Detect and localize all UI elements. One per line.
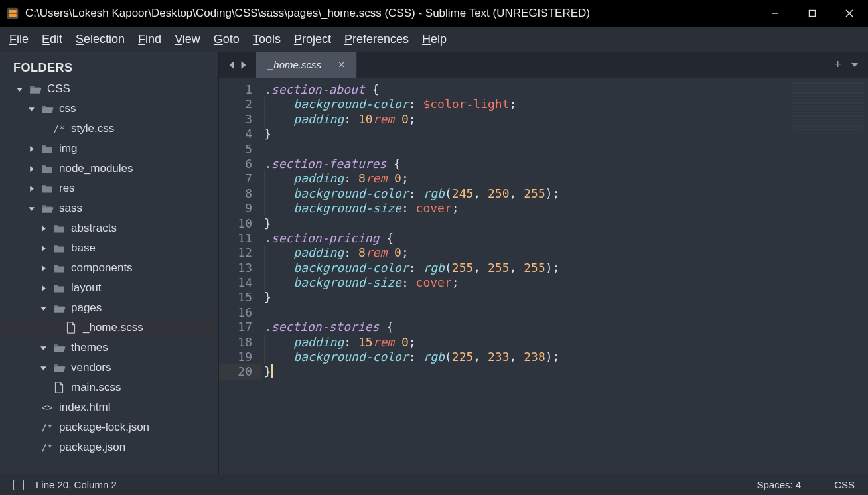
menu-file[interactable]: File xyxy=(3,30,35,49)
menu-help[interactable]: Help xyxy=(415,30,453,49)
tree-item[interactable]: components xyxy=(11,258,214,278)
tree-item-label: res xyxy=(59,182,75,195)
menu-tools[interactable]: Tools xyxy=(246,30,287,49)
code-area[interactable]: 1234567891011121314151617181920 .section… xyxy=(219,78,868,474)
panel-toggle-icon[interactable] xyxy=(13,480,24,490)
file-glyph-icon: /* xyxy=(40,442,54,453)
menu-goto[interactable]: Goto xyxy=(207,30,246,49)
chevron-right-icon[interactable] xyxy=(28,165,35,173)
chevron-right-icon[interactable] xyxy=(40,245,47,252)
tree-item-label: vendors xyxy=(71,361,111,374)
file-glyph-icon: <> xyxy=(40,402,54,413)
folder-icon xyxy=(40,182,54,194)
menu-preferences[interactable]: Preferences xyxy=(338,30,415,49)
menu-find[interactable]: Find xyxy=(131,30,168,49)
editor: _home.scss × + 1234567891011121314151617… xyxy=(219,52,868,474)
menu-selection[interactable]: Selection xyxy=(69,30,131,49)
tree-item-label: img xyxy=(59,142,77,155)
tree-item[interactable]: img xyxy=(11,139,214,159)
tree-item-label: base xyxy=(71,242,96,255)
nav-prev-icon xyxy=(228,60,236,70)
tree-item[interactable]: res xyxy=(11,178,214,198)
folder-open-icon xyxy=(52,362,66,374)
tab-label: _home.scss xyxy=(268,59,321,70)
svg-rect-1 xyxy=(9,10,17,13)
tree-item[interactable]: base xyxy=(11,238,214,258)
file-icon xyxy=(52,382,66,393)
tabbar: _home.scss × + xyxy=(219,52,868,78)
tree-item-label: main.scss xyxy=(71,381,121,394)
folder-open-icon xyxy=(52,342,66,354)
window-title: C:\Users\Lokesh Kapoor\Desktop\Coding\CS… xyxy=(25,7,757,20)
tree-item[interactable]: abstracts xyxy=(11,218,214,238)
chevron-down-icon[interactable] xyxy=(40,305,47,312)
tree-item[interactable]: /*package.json xyxy=(11,437,214,457)
tree-item-label: abstracts xyxy=(71,222,117,235)
titlebar: C:\Users\Lokesh Kapoor\Desktop\Coding\CS… xyxy=(0,0,868,27)
menubar: FileEditSelectionFindViewGotoToolsProjec… xyxy=(0,27,868,52)
chevron-down-icon[interactable] xyxy=(40,344,47,352)
menu-project[interactable]: Project xyxy=(287,30,338,49)
tree-item[interactable]: vendors xyxy=(11,358,214,378)
minimap[interactable] xyxy=(788,78,868,474)
minimap-thumb xyxy=(792,82,864,130)
svg-rect-2 xyxy=(9,14,17,17)
chevron-right-icon[interactable] xyxy=(28,185,35,192)
tree-item[interactable]: CSS xyxy=(11,79,214,99)
tree-item-label: _home.scss xyxy=(83,321,143,334)
new-tab-icon[interactable]: + xyxy=(834,58,841,72)
chevron-right-icon[interactable] xyxy=(40,225,47,232)
chevron-down-icon[interactable] xyxy=(40,364,47,372)
svg-rect-0 xyxy=(7,8,19,19)
code-body[interactable]: .section-about { background-color: $colo… xyxy=(261,78,788,474)
main: FOLDERS CSScss/*style.cssimgnode_modules… xyxy=(0,52,868,474)
folder-icon xyxy=(40,163,54,175)
tree-item-label: pages xyxy=(71,301,102,315)
tree-item[interactable]: sass xyxy=(11,198,214,218)
gutter: 1234567891011121314151617181920 xyxy=(219,78,261,474)
chevron-down-icon[interactable] xyxy=(16,86,23,93)
chevron-down-icon[interactable] xyxy=(28,205,35,212)
tab-menu-icon[interactable] xyxy=(851,61,859,69)
tree-item[interactable]: _home.scss xyxy=(0,318,218,338)
tree-item[interactable]: /*style.css xyxy=(11,119,214,139)
chevron-down-icon[interactable] xyxy=(28,106,35,113)
tree-item[interactable]: main.scss xyxy=(11,378,214,397)
tree-item-label: package-lock.json xyxy=(59,421,149,434)
menu-edit[interactable]: Edit xyxy=(35,30,69,49)
tree-item[interactable]: node_modules xyxy=(11,159,214,178)
svg-rect-4 xyxy=(810,11,816,17)
minimize-button[interactable] xyxy=(757,0,794,27)
tree-item-label: style.css xyxy=(71,122,114,135)
folder-open-icon xyxy=(52,302,66,314)
tab-close-icon[interactable]: × xyxy=(338,59,344,71)
menu-view[interactable]: View xyxy=(168,30,207,49)
chevron-right-icon[interactable] xyxy=(40,265,47,272)
status-position[interactable]: Line 20, Column 2 xyxy=(36,479,117,490)
folder-open-icon xyxy=(40,202,54,214)
tree-item[interactable]: themes xyxy=(11,338,214,358)
tree-item[interactable]: <>index.html xyxy=(11,397,214,417)
tree-item-label: index.html xyxy=(59,401,110,414)
tree-item[interactable]: pages xyxy=(11,298,214,318)
close-button[interactable] xyxy=(831,0,868,27)
folder-icon xyxy=(52,282,66,294)
tree-item[interactable]: /*package-lock.json xyxy=(11,417,214,437)
file-glyph-icon: /* xyxy=(52,123,66,134)
tree-item[interactable]: layout xyxy=(11,278,214,298)
tree-item-label: sass xyxy=(59,202,82,215)
tree-item-label: css xyxy=(59,102,76,115)
sidebar-title: FOLDERS xyxy=(13,61,214,75)
tab-nav[interactable] xyxy=(219,52,256,78)
status-syntax[interactable]: CSS xyxy=(834,479,855,490)
chevron-right-icon[interactable] xyxy=(40,285,47,292)
folder-open-icon xyxy=(40,103,54,115)
tree-item-label: package.json xyxy=(59,441,125,454)
status-indent[interactable]: Spaces: 4 xyxy=(757,479,801,490)
tree-item-label: components xyxy=(71,261,133,275)
tree-item[interactable]: css xyxy=(11,99,214,119)
chevron-right-icon[interactable] xyxy=(28,145,35,153)
tab-active[interactable]: _home.scss × xyxy=(256,52,357,78)
maximize-button[interactable] xyxy=(794,0,831,27)
tree-item-label: layout xyxy=(71,281,101,295)
